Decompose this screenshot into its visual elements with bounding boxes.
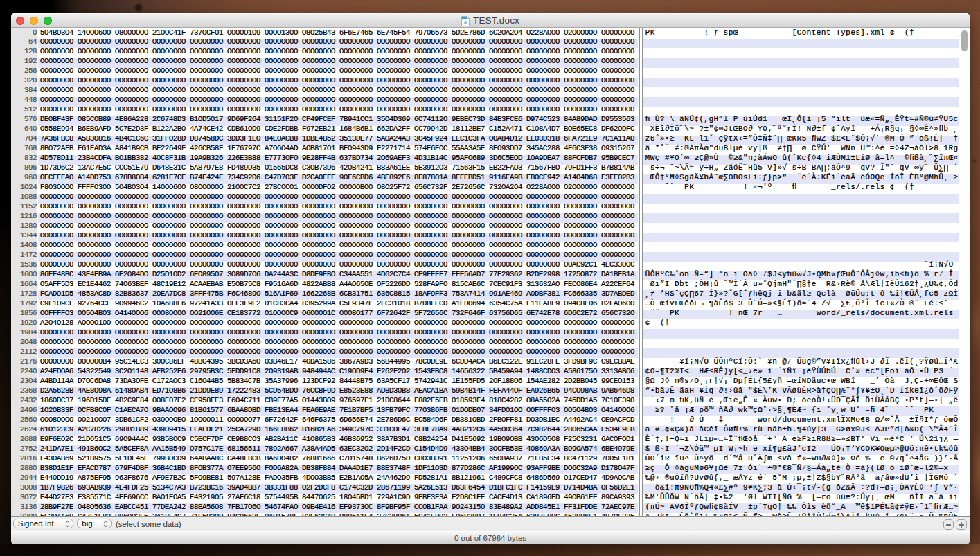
svg-text:a: a bbox=[464, 19, 467, 26]
